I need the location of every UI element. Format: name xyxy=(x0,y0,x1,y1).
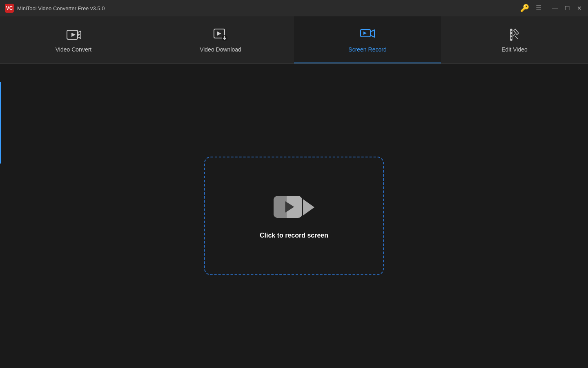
record-camera-icon xyxy=(274,193,314,222)
tab-screen-record-label: Screen Record xyxy=(348,46,386,53)
title-bar-left: VC MiniTool Video Converter Free v3.5.0 xyxy=(5,4,105,13)
svg-line-13 xyxy=(513,34,515,36)
tab-video-convert[interactable]: Video Convert xyxy=(0,16,147,63)
minimize-button[interactable]: — xyxy=(551,4,559,12)
svg-rect-12 xyxy=(510,39,512,40)
svg-rect-8 xyxy=(510,29,512,40)
title-bar: VC MiniTool Video Converter Free v3.5.0 … xyxy=(0,0,588,16)
svg-line-14 xyxy=(515,36,518,39)
tab-screen-record[interactable]: Screen Record xyxy=(294,16,441,63)
tab-edit-video-label: Edit Video xyxy=(501,46,528,53)
svg-rect-9 xyxy=(510,29,512,31)
svg-marker-3 xyxy=(217,31,221,36)
tab-video-convert-label: Video Convert xyxy=(56,46,91,53)
record-area[interactable]: Click to record screen xyxy=(204,157,384,275)
screen-record-icon xyxy=(360,27,375,42)
video-download-icon xyxy=(213,27,228,42)
tab-video-download-label: Video Download xyxy=(200,46,241,53)
title-bar-controls: 🔑 ☰ — ☐ ✕ xyxy=(520,4,583,12)
svg-marker-1 xyxy=(71,33,76,37)
app-title: MiniTool Video Converter Free v3.5.0 xyxy=(17,5,105,11)
maximize-button[interactable]: ☐ xyxy=(564,4,571,12)
svg-marker-7 xyxy=(363,31,367,35)
key-icon[interactable]: 🔑 xyxy=(520,4,529,12)
svg-rect-10 xyxy=(510,32,512,34)
window-controls: — ☐ ✕ xyxy=(551,4,583,12)
video-convert-icon xyxy=(66,27,81,42)
nav-tabs: Video Convert Video Download Screen Reco… xyxy=(0,16,588,64)
app-logo: VC xyxy=(5,4,14,13)
tab-video-download[interactable]: Video Download xyxy=(147,16,294,63)
menu-icon[interactable]: ☰ xyxy=(536,5,541,11)
left-accent-bar xyxy=(0,82,1,164)
close-button[interactable]: ✕ xyxy=(576,4,583,12)
edit-video-icon xyxy=(507,27,522,42)
tab-edit-video[interactable]: Edit Video xyxy=(441,16,588,63)
svg-rect-11 xyxy=(510,36,512,37)
record-prompt-text: Click to record screen xyxy=(260,232,328,239)
main-content: Click to record screen xyxy=(0,64,588,368)
